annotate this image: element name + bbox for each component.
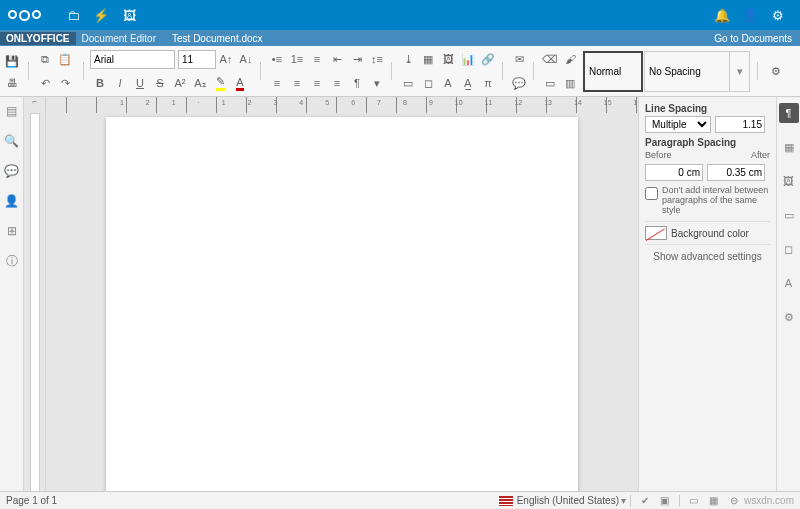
activity-icon[interactable]: ⚡ <box>87 8 115 23</box>
insert-link-button[interactable]: 🔗 <box>478 49 498 69</box>
line-spacing-button[interactable]: ↕≡ <box>367 49 387 69</box>
files-icon[interactable]: 🗀 <box>59 8 87 23</box>
paragraph-tab-icon[interactable]: ¶ <box>779 103 799 123</box>
bold-button[interactable]: B <box>90 73 110 93</box>
redo-button[interactable]: ↷ <box>55 73 75 93</box>
left-sidebar: ▤ 🔍 💬 👤 ⊞ ⓘ <box>0 97 24 492</box>
advanced-settings-link[interactable]: Show advanced settings <box>645 251 770 262</box>
fit-page-button[interactable]: ▭ <box>685 494 703 508</box>
insert-dropcap-button[interactable]: A̲ <box>458 73 478 93</box>
shading-button[interactable]: ▾ <box>367 73 387 93</box>
italic-button[interactable]: I <box>110 73 130 93</box>
thumbnails-icon[interactable]: ▤ <box>4 103 20 119</box>
save-button[interactable]: 💾 <box>2 51 22 71</box>
spellcheck-button[interactable]: ✔ <box>636 494 654 508</box>
insert-page-break-button[interactable]: ⤓ <box>398 49 418 69</box>
plugins-icon[interactable]: ⊞ <box>4 223 20 239</box>
paste-button[interactable]: 📋 <box>55 49 75 69</box>
chart-tab-icon[interactable]: ⚙ <box>779 307 799 327</box>
font-family-select[interactable] <box>90 50 175 69</box>
copy-style-button[interactable]: 🖌 <box>560 49 580 69</box>
notifications-icon[interactable]: 🔔 <box>708 8 736 23</box>
nextcloud-logo <box>8 10 41 21</box>
insert-header-button[interactable]: ▭ <box>398 73 418 93</box>
style-dropdown[interactable]: ▾ <box>730 51 750 92</box>
bgcolor-swatch[interactable] <box>645 226 667 240</box>
chat-icon[interactable]: 👤 <box>4 193 20 209</box>
contacts-icon[interactable]: 👤 <box>736 8 764 23</box>
before-label: Before <box>645 150 672 160</box>
print-button[interactable]: 🖶 <box>2 73 22 93</box>
line-spacing-label: Line Spacing <box>645 103 770 114</box>
multilevel-button[interactable]: ≡ <box>307 49 327 69</box>
style-nospacing[interactable]: No Spacing <box>644 51 730 92</box>
align-right-button[interactable]: ≡ <box>307 73 327 93</box>
underline-button[interactable]: U <box>130 73 150 93</box>
font-color-button[interactable]: A <box>230 73 250 93</box>
decrease-indent-button[interactable]: ⇤ <box>327 49 347 69</box>
feedback-icon[interactable]: ⓘ <box>4 253 20 269</box>
fit-width-button[interactable]: ▦ <box>705 494 723 508</box>
line-spacing-value[interactable] <box>715 116 765 133</box>
horizontal-ruler[interactable]: ⌐ ·121·12345678910111213141516·17 <box>24 97 638 113</box>
insert-table-button[interactable]: ▦ <box>418 49 438 69</box>
bgcolor-label: Background color <box>671 228 749 239</box>
increase-indent-button[interactable]: ⇥ <box>347 49 367 69</box>
same-style-checkbox[interactable] <box>645 185 658 202</box>
shape-tab-icon[interactable]: ◻ <box>779 239 799 259</box>
subscript-button[interactable]: A₂ <box>190 73 210 93</box>
flag-icon <box>499 496 513 506</box>
page-setup-button[interactable]: ▭ <box>540 73 560 93</box>
highlight-color-button[interactable]: ✎ <box>210 73 230 93</box>
spacing-before-input[interactable] <box>645 164 703 181</box>
align-center-button[interactable]: ≡ <box>287 73 307 93</box>
bullets-button[interactable]: •≡ <box>267 49 287 69</box>
increase-size-button[interactable]: A↑ <box>216 49 236 69</box>
copy-button[interactable]: ⧉ <box>35 49 55 69</box>
insert-shape-button[interactable]: ◻ <box>418 73 438 93</box>
columns-button[interactable]: ▥ <box>560 73 580 93</box>
document-zone: ⌐ ·121·12345678910111213141516·17 <box>24 97 638 492</box>
textart-tab-icon[interactable]: A <box>779 273 799 293</box>
style-normal[interactable]: Normal <box>583 51 643 92</box>
table-tab-icon[interactable]: ▦ <box>779 137 799 157</box>
mailmerge-button[interactable]: ✉ <box>509 49 529 69</box>
search-icon[interactable]: 🔍 <box>4 133 20 149</box>
align-left-button[interactable]: ≡ <box>267 73 287 93</box>
track-changes-button[interactable]: ▣ <box>656 494 674 508</box>
insert-textart-button[interactable]: A <box>438 73 458 93</box>
decrease-size-button[interactable]: A↓ <box>236 49 256 69</box>
document-canvas[interactable] <box>46 113 638 492</box>
spacing-after-input[interactable] <box>707 164 765 181</box>
vertical-ruler[interactable] <box>24 113 46 492</box>
line-spacing-mode[interactable]: Multiple <box>645 116 711 133</box>
settings-icon[interactable]: ⚙ <box>764 8 792 23</box>
same-style-label: Don't add interval between paragraphs of… <box>662 185 770 215</box>
ruler-numbers: ·121·12345678910111213141516·17 <box>96 99 638 106</box>
nonprinting-button[interactable]: ¶ <box>347 73 367 93</box>
superscript-button[interactable]: A² <box>170 73 190 93</box>
go-to-documents-link[interactable]: Go to Documents <box>714 33 800 44</box>
brand-label: ONLYOFFICE <box>0 32 76 45</box>
undo-button[interactable]: ↶ <box>35 73 55 93</box>
page[interactable] <box>106 117 578 492</box>
insert-chart-button[interactable]: 📊 <box>458 49 478 69</box>
tab-selector[interactable]: ⌐ <box>24 97 46 113</box>
gallery-icon[interactable]: 🖼 <box>115 8 143 23</box>
zoom-out-button[interactable]: ⊖ <box>725 494 743 508</box>
header-tab-icon[interactable]: ▭ <box>779 205 799 225</box>
page-count[interactable]: Page 1 of 1 <box>6 495 57 506</box>
comments-icon[interactable]: 💬 <box>4 163 20 179</box>
image-tab-icon[interactable]: 🖼 <box>779 171 799 191</box>
status-bar: Page 1 of 1 English (United States)▾ ✔ ▣… <box>0 491 800 509</box>
comment-button[interactable]: 💬 <box>509 73 529 93</box>
language-select[interactable]: English (United States) <box>517 495 619 506</box>
clear-style-button[interactable]: ⌫ <box>540 49 560 69</box>
view-settings-button[interactable]: ⚙ <box>766 61 786 81</box>
strike-button[interactable]: S <box>150 73 170 93</box>
numbering-button[interactable]: 1≡ <box>287 49 307 69</box>
align-justify-button[interactable]: ≡ <box>327 73 347 93</box>
font-size-select[interactable] <box>178 50 216 69</box>
insert-equation-button[interactable]: π <box>478 73 498 93</box>
insert-image-button[interactable]: 🖼 <box>438 49 458 69</box>
